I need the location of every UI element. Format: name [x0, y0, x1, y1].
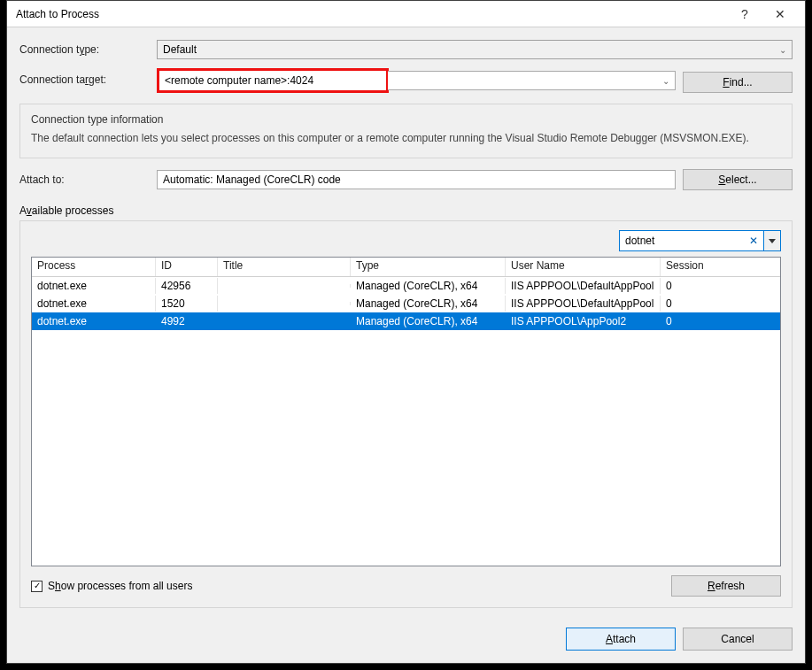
- available-processes-label: Available processes: [19, 204, 793, 217]
- refresh-button[interactable]: Refresh: [671, 575, 781, 597]
- filter-dropdown-button[interactable]: [763, 230, 781, 251]
- table-cell: 1520: [156, 296, 218, 312]
- connection-target-row: Connection target: ⌄ Find...: [19, 68, 793, 93]
- chevron-down-icon: ⌄: [662, 76, 669, 86]
- table-cell: [218, 302, 351, 305]
- table-cell: 0: [661, 313, 740, 329]
- window-title: Attach to Process: [16, 8, 727, 20]
- attach-to-label: Attach to:: [19, 173, 157, 186]
- table-cell: 4992: [156, 313, 218, 329]
- table-cell: dotnet.exe: [32, 296, 156, 312]
- col-header-type[interactable]: Type: [351, 258, 506, 276]
- col-header-session[interactable]: Session: [661, 258, 740, 276]
- col-header-user[interactable]: User Name: [506, 258, 661, 276]
- connection-type-label: Connection type:: [19, 43, 157, 56]
- available-processes-group: ✕ Process ID Title Type User Name Sessio…: [19, 220, 793, 608]
- connection-type-combo[interactable]: Default ⌄: [157, 40, 793, 59]
- connection-type-info-group: Connection type information The default …: [19, 104, 793, 158]
- table-cell: IIS APPPOOL\AppPool2: [506, 313, 661, 329]
- show-all-users-label: Show processes from all users: [48, 580, 192, 592]
- table-cell: dotnet.exe: [32, 313, 156, 329]
- connection-type-row: Connection type: Default ⌄: [19, 40, 793, 59]
- table-row[interactable]: dotnet.exe1520Managed (CoreCLR), x64IIS …: [32, 295, 780, 312]
- chevron-down-icon: ⌄: [779, 45, 786, 55]
- process-table-body: dotnet.exe42956Managed (CoreCLR), x64IIS…: [32, 277, 780, 566]
- table-cell: Managed (CoreCLR), x64: [351, 313, 506, 329]
- table-row[interactable]: dotnet.exe4992Managed (CoreCLR), x64IIS …: [32, 312, 780, 330]
- titlebar: Attach to Process ? ✕: [7, 1, 805, 27]
- filter-input[interactable]: [620, 231, 744, 250]
- attach-to-value: Automatic: Managed (CoreCLR) code: [163, 173, 341, 186]
- col-header-id[interactable]: ID: [156, 258, 218, 276]
- table-cell: 0: [661, 278, 740, 294]
- table-cell: Managed (CoreCLR), x64: [351, 278, 506, 294]
- find-button[interactable]: Find...: [683, 72, 793, 93]
- process-footer-row: ✓ Show processes from all users Refresh: [31, 575, 781, 597]
- connection-target-highlight: [157, 68, 389, 93]
- table-cell: IIS APPPOOL\DefaultAppPool: [506, 296, 661, 312]
- connection-target-dropdown[interactable]: ⌄: [388, 71, 676, 90]
- table-cell: [218, 284, 351, 288]
- process-table-header: Process ID Title Type User Name Session: [32, 258, 780, 277]
- col-header-title[interactable]: Title: [218, 258, 351, 276]
- info-group-body: The default connection lets you select p…: [31, 131, 781, 145]
- table-cell: Managed (CoreCLR), x64: [351, 296, 506, 312]
- table-cell: 42956: [156, 278, 218, 294]
- checkbox-icon: ✓: [31, 581, 43, 592]
- connection-target-label: Connection target:: [19, 68, 157, 86]
- table-cell: 0: [661, 296, 740, 312]
- table-cell: [218, 320, 351, 323]
- connection-type-value: Default: [163, 43, 197, 56]
- attach-to-process-dialog: Attach to Process ? ✕ Connection type: D…: [6, 0, 806, 664]
- connection-target-field: ⌄: [157, 68, 676, 93]
- close-button[interactable]: ✕: [762, 7, 798, 21]
- col-header-process[interactable]: Process: [32, 258, 156, 276]
- attach-to-field: Automatic: Managed (CoreCLR) code: [157, 170, 676, 189]
- info-group-title: Connection type information: [31, 113, 781, 126]
- filter-clear-button[interactable]: ✕: [744, 231, 763, 250]
- cancel-button[interactable]: Cancel: [683, 628, 793, 651]
- dialog-button-row: Attach Cancel: [7, 619, 805, 663]
- process-table: Process ID Title Type User Name Session …: [31, 257, 781, 566]
- dialog-content: Connection type: Default ⌄ Connection ta…: [7, 27, 805, 619]
- filter-box: ✕: [619, 230, 764, 251]
- show-all-users-checkbox[interactable]: ✓ Show processes from all users: [31, 580, 192, 592]
- attach-button[interactable]: Attach: [566, 628, 676, 651]
- clear-x-icon: ✕: [749, 235, 758, 247]
- table-cell: IIS APPPOOL\DefaultAppPool: [506, 278, 661, 294]
- filter-row: ✕: [31, 230, 781, 251]
- triangle-down-icon: [769, 239, 776, 243]
- help-button[interactable]: ?: [727, 7, 762, 21]
- attach-to-row: Attach to: Automatic: Managed (CoreCLR) …: [19, 169, 793, 190]
- table-cell: dotnet.exe: [32, 278, 156, 294]
- connection-target-input[interactable]: [159, 71, 386, 90]
- select-button[interactable]: Select...: [683, 169, 793, 190]
- table-row[interactable]: dotnet.exe42956Managed (CoreCLR), x64IIS…: [32, 277, 780, 295]
